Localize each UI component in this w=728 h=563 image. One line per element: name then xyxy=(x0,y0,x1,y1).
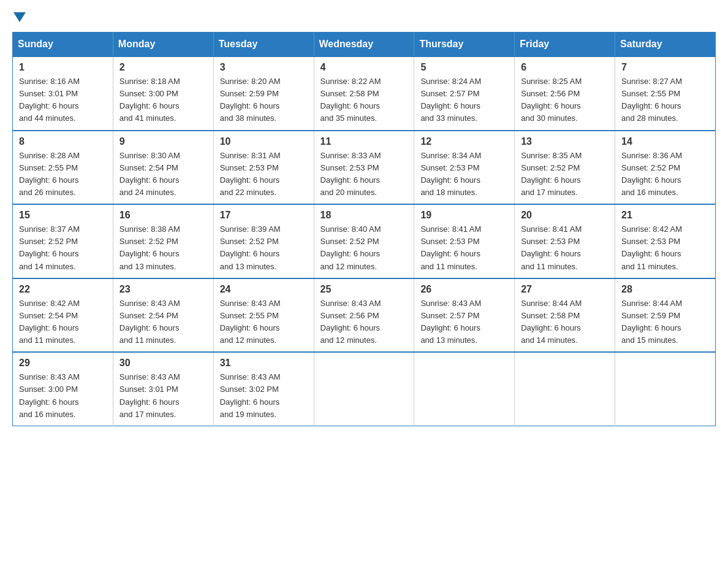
day-number: 15 xyxy=(19,210,107,221)
day-number: 6 xyxy=(521,62,609,73)
weekday-header-wednesday: Wednesday xyxy=(314,33,414,57)
day-info: Sunrise: 8:25 AM Sunset: 2:56 PM Dayligh… xyxy=(521,75,609,125)
day-info: Sunrise: 8:24 AM Sunset: 2:57 PM Dayligh… xyxy=(420,75,508,125)
calendar-day-cell: 11 Sunrise: 8:33 AM Sunset: 2:53 PM Dayl… xyxy=(314,131,414,205)
day-info: Sunrise: 8:43 AM Sunset: 2:54 PM Dayligh… xyxy=(119,297,207,347)
calendar-body: 1 Sunrise: 8:16 AM Sunset: 3:01 PM Dayli… xyxy=(13,56,716,426)
calendar-day-cell: 20 Sunrise: 8:41 AM Sunset: 2:53 PM Dayl… xyxy=(515,204,615,278)
logo-text xyxy=(12,12,27,22)
day-number: 17 xyxy=(220,210,308,221)
calendar-day-cell: 21 Sunrise: 8:42 AM Sunset: 2:53 PM Dayl… xyxy=(615,204,716,278)
calendar-day-cell xyxy=(615,352,716,426)
day-number: 26 xyxy=(420,284,508,295)
day-number: 30 xyxy=(119,358,207,369)
day-number: 16 xyxy=(119,210,207,221)
day-info: Sunrise: 8:16 AM Sunset: 3:01 PM Dayligh… xyxy=(19,75,107,125)
calendar-day-cell: 27 Sunrise: 8:44 AM Sunset: 2:58 PM Dayl… xyxy=(515,278,615,353)
calendar-week-row: 15 Sunrise: 8:37 AM Sunset: 2:52 PM Dayl… xyxy=(13,204,716,278)
day-number: 3 xyxy=(220,62,308,73)
calendar-day-cell: 13 Sunrise: 8:35 AM Sunset: 2:52 PM Dayl… xyxy=(515,131,615,205)
calendar-day-cell: 15 Sunrise: 8:37 AM Sunset: 2:52 PM Dayl… xyxy=(13,204,113,278)
calendar-day-cell: 26 Sunrise: 8:43 AM Sunset: 2:57 PM Dayl… xyxy=(414,278,515,353)
weekday-header-tuesday: Tuesday xyxy=(213,33,314,57)
day-info: Sunrise: 8:42 AM Sunset: 2:54 PM Dayligh… xyxy=(19,297,107,347)
calendar-week-row: 8 Sunrise: 8:28 AM Sunset: 2:55 PM Dayli… xyxy=(13,131,716,205)
calendar-day-cell: 9 Sunrise: 8:30 AM Sunset: 2:54 PM Dayli… xyxy=(113,131,213,205)
day-info: Sunrise: 8:20 AM Sunset: 2:59 PM Dayligh… xyxy=(220,75,308,125)
weekday-header-friday: Friday xyxy=(515,33,615,57)
calendar-day-cell: 7 Sunrise: 8:27 AM Sunset: 2:55 PM Dayli… xyxy=(615,56,716,131)
day-number: 5 xyxy=(420,62,508,73)
day-number: 4 xyxy=(320,62,408,73)
calendar-day-cell xyxy=(414,352,515,426)
day-info: Sunrise: 8:43 AM Sunset: 2:57 PM Dayligh… xyxy=(420,297,508,347)
calendar-day-cell: 2 Sunrise: 8:18 AM Sunset: 3:00 PM Dayli… xyxy=(113,56,213,131)
day-info: Sunrise: 8:36 AM Sunset: 2:52 PM Dayligh… xyxy=(621,150,709,199)
day-number: 13 xyxy=(521,136,609,147)
day-info: Sunrise: 8:44 AM Sunset: 2:58 PM Dayligh… xyxy=(521,297,609,347)
calendar-day-cell xyxy=(515,352,615,426)
day-info: Sunrise: 8:31 AM Sunset: 2:53 PM Dayligh… xyxy=(220,150,308,199)
calendar-day-cell: 6 Sunrise: 8:25 AM Sunset: 2:56 PM Dayli… xyxy=(515,56,615,131)
day-info: Sunrise: 8:37 AM Sunset: 2:52 PM Dayligh… xyxy=(19,223,107,273)
day-number: 20 xyxy=(521,210,609,221)
weekday-header-sunday: Sunday xyxy=(13,33,113,57)
calendar-day-cell: 4 Sunrise: 8:22 AM Sunset: 2:58 PM Dayli… xyxy=(314,56,414,131)
day-number: 25 xyxy=(320,284,408,295)
calendar-week-row: 1 Sunrise: 8:16 AM Sunset: 3:01 PM Dayli… xyxy=(13,56,716,131)
calendar-day-cell: 5 Sunrise: 8:24 AM Sunset: 2:57 PM Dayli… xyxy=(414,56,515,131)
day-number: 27 xyxy=(521,284,609,295)
day-info: Sunrise: 8:41 AM Sunset: 2:53 PM Dayligh… xyxy=(521,223,609,273)
calendar-day-cell: 14 Sunrise: 8:36 AM Sunset: 2:52 PM Dayl… xyxy=(615,131,716,205)
calendar-header: SundayMondayTuesdayWednesdayThursdayFrid… xyxy=(13,33,716,57)
calendar-day-cell: 8 Sunrise: 8:28 AM Sunset: 2:55 PM Dayli… xyxy=(13,131,113,205)
calendar-day-cell: 31 Sunrise: 8:43 AM Sunset: 3:02 PM Dayl… xyxy=(213,352,314,426)
day-info: Sunrise: 8:43 AM Sunset: 2:55 PM Dayligh… xyxy=(220,297,308,347)
day-number: 9 xyxy=(119,136,207,147)
day-number: 7 xyxy=(621,62,709,73)
weekday-header-thursday: Thursday xyxy=(414,33,515,57)
day-info: Sunrise: 8:40 AM Sunset: 2:52 PM Dayligh… xyxy=(320,223,408,273)
day-info: Sunrise: 8:43 AM Sunset: 3:02 PM Dayligh… xyxy=(220,371,308,421)
calendar-day-cell: 16 Sunrise: 8:38 AM Sunset: 2:52 PM Dayl… xyxy=(113,204,213,278)
calendar-day-cell: 28 Sunrise: 8:44 AM Sunset: 2:59 PM Dayl… xyxy=(615,278,716,353)
calendar-day-cell xyxy=(314,352,414,426)
day-info: Sunrise: 8:42 AM Sunset: 2:53 PM Dayligh… xyxy=(621,223,709,273)
calendar-day-cell: 22 Sunrise: 8:42 AM Sunset: 2:54 PM Dayl… xyxy=(13,278,113,353)
day-info: Sunrise: 8:35 AM Sunset: 2:52 PM Dayligh… xyxy=(521,150,609,199)
day-number: 14 xyxy=(621,136,709,147)
day-info: Sunrise: 8:41 AM Sunset: 2:53 PM Dayligh… xyxy=(420,223,508,273)
day-info: Sunrise: 8:22 AM Sunset: 2:58 PM Dayligh… xyxy=(320,75,408,125)
calendar-day-cell: 18 Sunrise: 8:40 AM Sunset: 2:52 PM Dayl… xyxy=(314,204,414,278)
day-number: 21 xyxy=(621,210,709,221)
day-number: 18 xyxy=(320,210,408,221)
day-number: 28 xyxy=(621,284,709,295)
calendar-day-cell: 29 Sunrise: 8:43 AM Sunset: 3:00 PM Dayl… xyxy=(13,352,113,426)
day-info: Sunrise: 8:44 AM Sunset: 2:59 PM Dayligh… xyxy=(621,297,709,347)
day-number: 23 xyxy=(119,284,207,295)
day-info: Sunrise: 8:33 AM Sunset: 2:53 PM Dayligh… xyxy=(320,150,408,199)
day-number: 1 xyxy=(19,62,107,73)
day-info: Sunrise: 8:30 AM Sunset: 2:54 PM Dayligh… xyxy=(119,150,207,199)
weekday-header-monday: Monday xyxy=(113,33,213,57)
calendar-week-row: 22 Sunrise: 8:42 AM Sunset: 2:54 PM Dayl… xyxy=(13,278,716,353)
day-info: Sunrise: 8:18 AM Sunset: 3:00 PM Dayligh… xyxy=(119,75,207,125)
day-number: 2 xyxy=(119,62,207,73)
calendar-day-cell: 25 Sunrise: 8:43 AM Sunset: 2:56 PM Dayl… xyxy=(314,278,414,353)
logo xyxy=(12,12,27,22)
day-number: 12 xyxy=(420,136,508,147)
calendar-day-cell: 30 Sunrise: 8:43 AM Sunset: 3:01 PM Dayl… xyxy=(113,352,213,426)
calendar-day-cell: 12 Sunrise: 8:34 AM Sunset: 2:53 PM Dayl… xyxy=(414,131,515,205)
calendar-day-cell: 1 Sunrise: 8:16 AM Sunset: 3:01 PM Dayli… xyxy=(13,56,113,131)
day-info: Sunrise: 8:34 AM Sunset: 2:53 PM Dayligh… xyxy=(420,150,508,199)
calendar-day-cell: 3 Sunrise: 8:20 AM Sunset: 2:59 PM Dayli… xyxy=(213,56,314,131)
day-number: 8 xyxy=(19,136,107,147)
day-number: 29 xyxy=(19,358,107,369)
day-info: Sunrise: 8:28 AM Sunset: 2:55 PM Dayligh… xyxy=(19,150,107,199)
calendar-day-cell: 17 Sunrise: 8:39 AM Sunset: 2:52 PM Dayl… xyxy=(213,204,314,278)
day-number: 31 xyxy=(220,358,308,369)
day-number: 11 xyxy=(320,136,408,147)
day-number: 24 xyxy=(220,284,308,295)
calendar-day-cell: 24 Sunrise: 8:43 AM Sunset: 2:55 PM Dayl… xyxy=(213,278,314,353)
day-info: Sunrise: 8:43 AM Sunset: 3:01 PM Dayligh… xyxy=(119,371,207,421)
